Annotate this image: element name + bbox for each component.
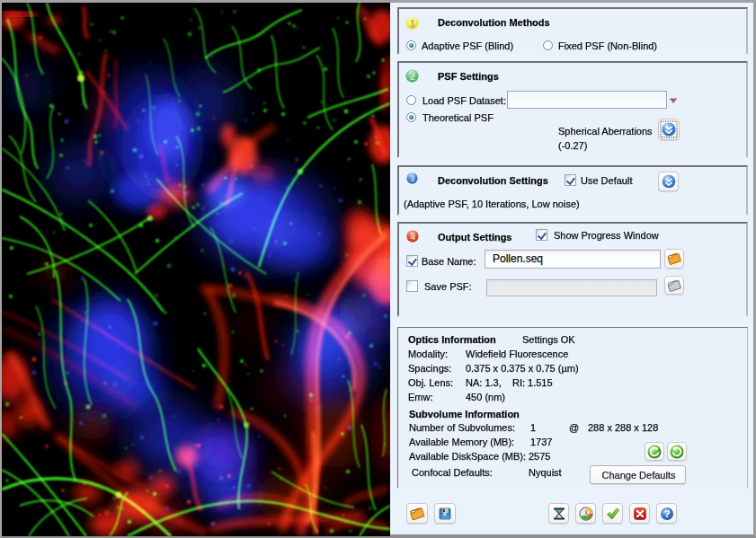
svg-text:1: 1 bbox=[410, 19, 415, 29]
svg-text:2: 2 bbox=[410, 72, 415, 82]
svg-text:4: 4 bbox=[411, 233, 416, 242]
svg-text:3: 3 bbox=[411, 174, 415, 183]
svg-text:?: ? bbox=[663, 508, 670, 519]
